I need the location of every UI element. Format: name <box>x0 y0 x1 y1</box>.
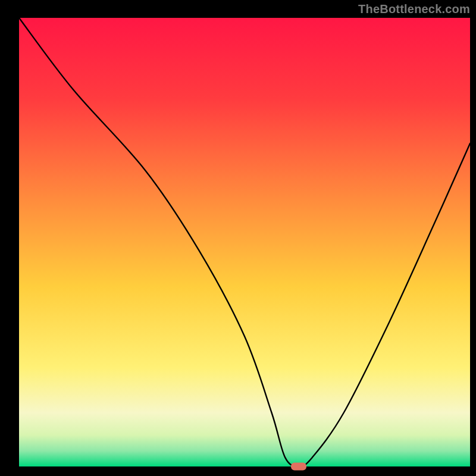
watermark-text: TheBottleneck.com <box>358 2 470 16</box>
plot-background <box>19 18 470 466</box>
optimal-point-marker <box>291 463 306 471</box>
bottleneck-chart <box>0 0 476 476</box>
chart-frame: TheBottleneck.com <box>0 0 476 476</box>
